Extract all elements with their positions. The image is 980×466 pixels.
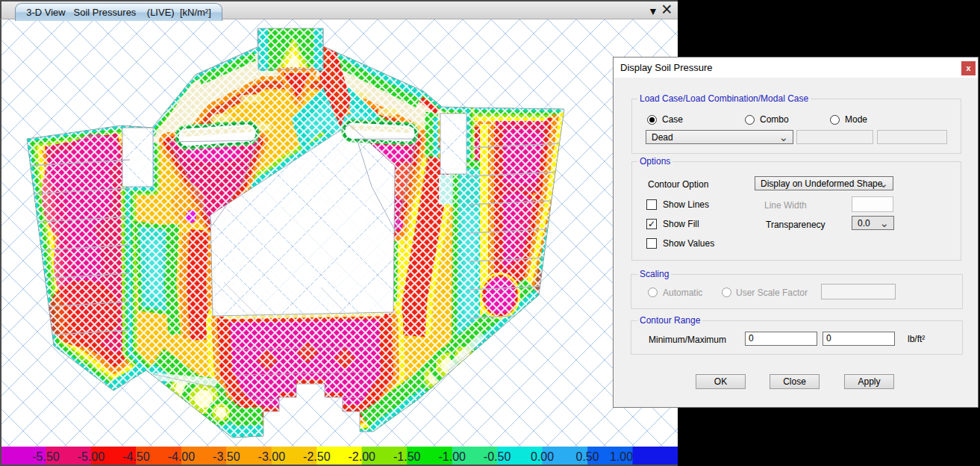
svg-text:-0.50: -0.50 [484,450,511,463]
svg-text:-2.50: -2.50 [303,450,331,463]
svg-text:-5.50: -5.50 [32,450,60,463]
svg-text:-1.50: -1.50 [393,450,421,463]
svg-text:-2.00: -2.00 [348,450,375,463]
svg-text:-3.50: -3.50 [213,450,240,463]
svg-text:0.00: 0.00 [531,450,554,463]
svg-text:-4.00: -4.00 [168,450,196,463]
svg-text:-1.00: -1.00 [438,450,466,463]
svg-text:-3.00: -3.00 [258,450,286,463]
svg-text:-4.50: -4.50 [122,450,150,463]
svg-text:1.00: 1.00 [610,450,633,463]
svg-text:-5.00: -5.00 [78,450,105,463]
svg-text:0.50: 0.50 [576,450,599,463]
